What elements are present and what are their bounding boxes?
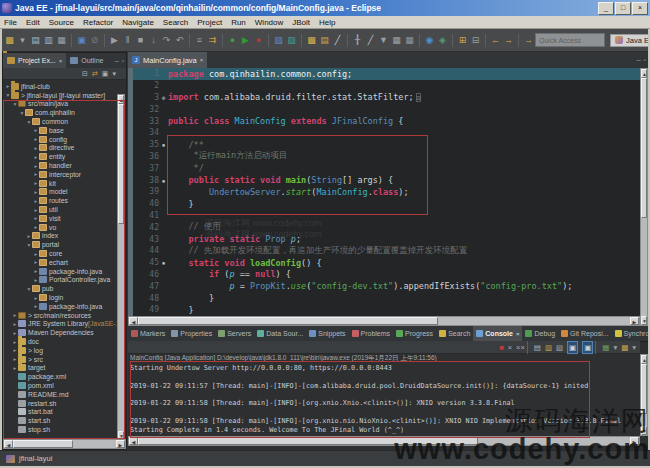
tree-item-base[interactable]: ▸base	[3, 126, 119, 135]
console-hscrollbar[interactable]: ◀ ▶	[128, 436, 640, 446]
tab-problems[interactable]: Problems	[349, 326, 394, 341]
console-output[interactable]: Starting Undertow Server http://0.0.0.0:…	[130, 364, 638, 436]
display-console-icon[interactable]: ▾	[613, 342, 617, 353]
tree-item-jre-system-library[interactable]: ▸JRE System Library [JavaSE-1.8]	[3, 320, 119, 329]
menu-source[interactable]: Source	[49, 18, 74, 27]
run-last-icon[interactable]: ●	[226, 33, 239, 47]
maximize-button[interactable]: □	[615, 2, 631, 15]
tab-progress[interactable]: Progress	[393, 326, 436, 341]
terminal-icon[interactable]: ▣	[75, 33, 88, 47]
tab-mainconfig-java[interactable]: J MainConfig.java ×	[128, 52, 207, 68]
tab-outline[interactable]: Outline	[66, 53, 107, 68]
scroll-up-arrow[interactable]: ▲	[641, 355, 647, 364]
annotate-icon[interactable]: ╱	[331, 33, 344, 47]
fold-marker-icon[interactable]: ▪	[159, 259, 168, 266]
open-folder-icon[interactable]: ▩	[305, 33, 318, 47]
menu-window[interactable]: Window	[255, 18, 283, 27]
stop-icon[interactable]: ■	[134, 33, 147, 47]
tree-item-readme-md[interactable]: README.md	[3, 390, 119, 399]
scroll-right-arrow[interactable]: ▶	[630, 437, 639, 445]
back-icon[interactable]: ←	[489, 33, 502, 47]
print-icon[interactable]: ▦	[55, 33, 68, 47]
scroll-right-arrow[interactable]: ▶	[116, 440, 125, 448]
explorer-vscrollbar[interactable]: ▲ ▼	[117, 94, 125, 441]
step-over-icon[interactable]: ↷	[160, 33, 173, 47]
open-console-icon[interactable]: ▩	[621, 342, 628, 353]
tree-item-start-sh[interactable]: start.sh	[3, 416, 119, 425]
step-into-icon[interactable]: ↓	[147, 33, 160, 47]
perspective-java-ee[interactable]: Java EE	[610, 34, 650, 47]
tree-item-directive[interactable]: ▸directive	[3, 144, 119, 153]
scroll-left-arrow[interactable]: ◀	[4, 440, 13, 448]
scroll-left-arrow[interactable]: ◀	[129, 317, 138, 325]
menu-project[interactable]: Project	[197, 18, 222, 27]
scroll-lock-icon[interactable]: ▥	[545, 342, 552, 353]
tree-item-config[interactable]: ▸config	[3, 135, 119, 144]
view-menu-icon[interactable]: ▾	[112, 70, 116, 78]
forward-icon[interactable]: →	[502, 33, 515, 47]
editor-vscrollbar[interactable]: ▲ ▼	[640, 68, 648, 326]
tree-item-login[interactable]: ▸login	[3, 293, 119, 302]
tree-item-echart[interactable]: ▸echart	[3, 258, 119, 267]
menu-edit[interactable]: Edit	[26, 18, 40, 27]
scroll-thumb[interactable]	[641, 364, 647, 414]
plug-icon[interactable]: ╂	[351, 33, 364, 47]
pin-editor-icon[interactable]: ⊟	[469, 33, 482, 47]
disabled-run-icon[interactable]: ⊘	[88, 33, 101, 47]
close-tab-icon[interactable]: ×	[59, 58, 63, 64]
fork-icon[interactable]: ⇉	[206, 33, 219, 47]
save-all-icon[interactable]: ▥	[42, 33, 55, 47]
scroll-thumb[interactable]	[13, 440, 73, 448]
tree-item-portalcontroller-java[interactable]: ▸PortalController.java	[3, 276, 119, 285]
tree-item-src-main-resources[interactable]: ▸> src/main/resources	[3, 311, 119, 320]
focus-icon[interactable]: ▣	[102, 70, 109, 78]
close-button[interactable]: ×	[632, 2, 648, 15]
tree-item-pom-xml[interactable]: pom.xml	[3, 381, 119, 390]
tab-search[interactable]: Search	[436, 326, 473, 341]
tab-properties[interactable]: Properties	[168, 326, 215, 341]
scroll-up-arrow[interactable]: ▲	[118, 95, 124, 104]
tree-item-jfinal-layui-jf-layui-master[interactable]: ▾> jfinal-layui [jf-layui master]	[3, 91, 119, 100]
menu-help[interactable]: Help	[319, 18, 335, 27]
tree-item-pub[interactable]: ▾pub	[3, 284, 119, 293]
scroll-thumb[interactable]	[641, 78, 647, 218]
run-icon[interactable]: ▶	[239, 33, 252, 47]
skip-breakpoints-icon[interactable]: ▶	[108, 33, 121, 47]
scroll-left-arrow[interactable]: ◀	[129, 437, 138, 445]
profile-icon[interactable]: ●	[252, 33, 265, 47]
tab-data-sour[interactable]: Data Sour...	[254, 326, 306, 341]
console-vscrollbar[interactable]: ▲ ▼	[640, 354, 648, 436]
tab-servers[interactable]: Servers	[215, 326, 254, 341]
menu-file[interactable]: File	[4, 18, 17, 27]
fold-marker-icon[interactable]: ▪	[159, 141, 168, 148]
collapse-all-icon[interactable]: ⊟	[82, 70, 88, 78]
tree-item-start-bat[interactable]: start.bat	[3, 407, 119, 416]
tree-item-restart-sh[interactable]: restart.sh	[3, 399, 119, 408]
tree-item-target[interactable]: ▸target	[3, 364, 119, 373]
tree-item-model[interactable]: ▸model	[3, 188, 119, 197]
new-wizard-icon[interactable]: ▩	[3, 33, 16, 47]
remove-launch-icon[interactable]: ×	[508, 342, 512, 353]
tree-item-util[interactable]: ▸util	[3, 205, 119, 214]
tree-item-jfinal-club[interactable]: ▸jfinal-club	[3, 82, 119, 91]
table-icon[interactable]: ▦	[390, 33, 403, 47]
scroll-right-arrow[interactable]: ▶	[630, 317, 639, 325]
tree-item-visit[interactable]: ▸visit	[3, 214, 119, 223]
menu-run[interactable]: Run	[231, 18, 246, 27]
save-icon[interactable]: ▤	[29, 33, 42, 47]
close-tab-icon[interactable]: ×	[516, 331, 520, 337]
sketch-icon[interactable]: ╱	[364, 33, 377, 47]
maximize-view-icon[interactable]: ▫	[644, 57, 646, 63]
tab-debug[interactable]: Debug	[522, 326, 558, 341]
minimize-view-icon[interactable]: ─	[637, 57, 641, 63]
next-annotation-icon[interactable]: →	[522, 33, 535, 47]
tab-markers[interactable]: Markers	[128, 326, 168, 341]
tab-project-explorer[interactable]: Project Ex... ×	[3, 53, 66, 68]
new-dropdown-icon[interactable]: ▾	[16, 33, 29, 47]
sync-repo-icon[interactable]: ◈	[436, 33, 449, 47]
tree-item-routes[interactable]: ▸routes	[3, 196, 119, 205]
filter-icon[interactable]: ▼	[377, 33, 390, 47]
step-return-icon[interactable]: ↶	[173, 33, 186, 47]
tab-console[interactable]: Console×	[473, 326, 522, 341]
scroll-up-arrow[interactable]: ▲	[641, 69, 647, 78]
